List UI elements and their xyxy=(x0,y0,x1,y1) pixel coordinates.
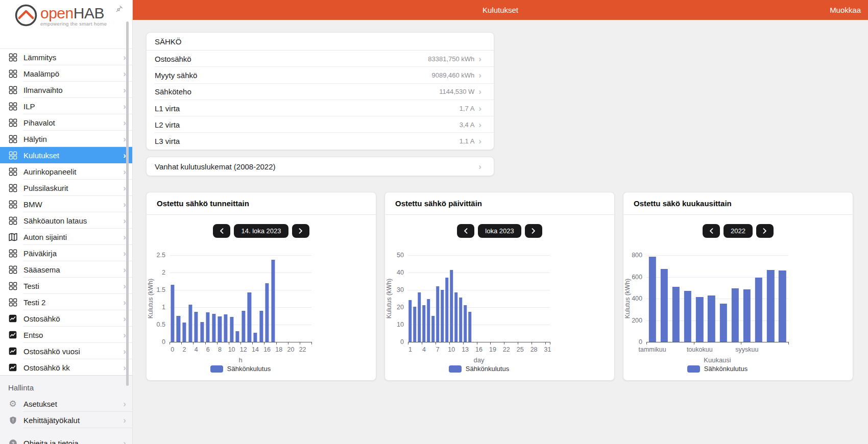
bar[interactable] xyxy=(418,292,421,342)
bar[interactable] xyxy=(708,295,715,342)
bar[interactable] xyxy=(236,331,239,342)
axis-tick xyxy=(300,342,300,344)
bar[interactable] xyxy=(266,283,269,342)
grid-icon xyxy=(7,133,18,144)
bar[interactable] xyxy=(182,323,186,342)
period-label[interactable]: 14. loka 2023 xyxy=(234,224,288,238)
x-tick-label: 6 xyxy=(206,346,210,353)
legend-item[interactable]: Sähkönkulutus xyxy=(408,365,550,373)
bar[interactable] xyxy=(432,316,435,342)
edit-button[interactable]: Muokkaa xyxy=(830,0,861,20)
sidebar-item-lämmitys[interactable]: Lämmitys xyxy=(0,49,132,65)
sidebar-item-testi[interactable]: Testi xyxy=(0,278,132,294)
item-row-ostosähkö[interactable]: Ostosähkö83381,750 kWh xyxy=(147,51,494,67)
next-period-button[interactable] xyxy=(525,224,542,238)
chart-card-ostettu-sähkö-tunneittain: Ostettu sähkö tunneittain14. loka 202300… xyxy=(146,192,376,381)
bar[interactable] xyxy=(672,287,680,342)
bar[interactable] xyxy=(242,311,245,342)
item-row-l1-virta[interactable]: L1 virta1,7 A xyxy=(147,100,494,116)
period-label[interactable]: loka 2023 xyxy=(478,224,521,238)
bar[interactable] xyxy=(271,260,275,342)
bar[interactable] xyxy=(171,285,174,342)
bar[interactable] xyxy=(259,311,263,342)
bar[interactable] xyxy=(230,317,233,342)
sidebar-item-kulutukset[interactable]: Kulutukset xyxy=(0,147,132,163)
item-row-l2-virta[interactable]: L2 virta3,4 A xyxy=(147,116,494,133)
sidebar-item-pihavalot[interactable]: Pihavalot xyxy=(0,114,132,131)
bar[interactable] xyxy=(188,305,192,342)
sidebar-item-sähköauton-lataus[interactable]: Sähköauton lataus xyxy=(0,212,132,229)
prev-period-button[interactable] xyxy=(213,224,230,238)
bar[interactable] xyxy=(464,305,467,342)
bar[interactable] xyxy=(454,292,457,342)
bar[interactable] xyxy=(779,270,786,342)
pin-icon[interactable] xyxy=(115,5,123,13)
sidebar-item-asetukset[interactable]: ⚙Asetukset xyxy=(0,396,132,412)
sidebar-item-hälytin[interactable]: Hälytin xyxy=(0,131,132,147)
sidebar-item-aurinkopaneelit[interactable]: Aurinkopaneelit xyxy=(0,163,132,180)
bar[interactable] xyxy=(427,299,430,342)
sidebar-item-ostosähkö-kk[interactable]: Ostosähkö kk xyxy=(0,359,132,376)
sidebar-item-pulssilaskurit[interactable]: Pulssilaskurit xyxy=(0,180,132,196)
sidebar-item-ilmanvaihto[interactable]: Ilmanvaihto xyxy=(0,82,132,98)
bar[interactable] xyxy=(218,316,222,342)
next-period-button[interactable] xyxy=(292,224,309,238)
next-period-button[interactable] xyxy=(756,224,774,238)
sidebar-item-testi-2[interactable]: Testi 2 xyxy=(0,294,132,310)
old-readings-row[interactable]: Vanhat kulutuslukemat (2008-2022) xyxy=(147,157,494,176)
legend-item[interactable]: Sähkönkulutus xyxy=(170,365,311,373)
item-row-l3-virta[interactable]: L3 virta1,1 A xyxy=(147,133,494,149)
bar[interactable] xyxy=(459,298,462,342)
item-row-sähköteho[interactable]: Sähköteho1144,530 W xyxy=(147,84,494,100)
period-label[interactable]: 2022 xyxy=(724,224,753,238)
legend-item[interactable]: Sähkönkulutus xyxy=(646,365,788,373)
bar[interactable] xyxy=(253,333,257,342)
x-tick-label: 25 xyxy=(517,346,524,353)
chevron-right-icon xyxy=(123,416,126,425)
bar[interactable] xyxy=(200,322,204,342)
sidebar-scrollbar[interactable] xyxy=(126,21,129,386)
chart-body: 20220200400600800Kulutus (kWh)tammikuuto… xyxy=(623,215,853,381)
bar[interactable] xyxy=(212,314,215,342)
bar[interactable] xyxy=(414,307,417,342)
bar[interactable] xyxy=(450,270,453,342)
bar[interactable] xyxy=(445,278,448,342)
sidebar-item-label: Hälytin xyxy=(23,135,123,143)
bar[interactable] xyxy=(719,304,727,342)
sidebar-item-bmw[interactable]: BMW xyxy=(0,196,132,212)
sidebar-item-päiväkirja[interactable]: Päiväkirja xyxy=(0,245,132,261)
bar[interactable] xyxy=(423,305,426,342)
bar[interactable] xyxy=(206,312,210,342)
bar[interactable] xyxy=(177,316,180,342)
item-value: 9089,460 kWh xyxy=(431,71,474,79)
prev-period-button[interactable] xyxy=(703,224,720,238)
bar[interactable] xyxy=(248,292,251,342)
sidebar-item-ostosähkö-vuosi[interactable]: Ostosähkö vuosi xyxy=(0,343,132,359)
sidebar-item-kehittäjätyökalut[interactable]: Kehittäjätyökalut xyxy=(0,412,132,428)
axis-tick xyxy=(545,342,546,344)
bar[interactable] xyxy=(648,257,656,342)
bar[interactable] xyxy=(696,297,703,342)
bar[interactable] xyxy=(684,291,691,342)
bar[interactable] xyxy=(224,314,227,342)
sidebar-item-entso[interactable]: Entso xyxy=(0,327,132,343)
bar[interactable] xyxy=(441,290,444,342)
bar[interactable] xyxy=(767,270,774,342)
bar[interactable] xyxy=(755,278,762,342)
sidebar-item-auton-sijainti[interactable]: Auton sijainti xyxy=(0,229,132,245)
bar[interactable] xyxy=(661,269,668,342)
bar[interactable] xyxy=(409,300,412,342)
item-row-myyty-sähkö[interactable]: Myyty sähkö9089,460 kWh xyxy=(147,67,494,83)
sidebar-item-ilp[interactable]: ILP xyxy=(0,98,132,114)
bar[interactable] xyxy=(468,312,471,342)
logo-text-hab: HAB xyxy=(74,5,104,21)
prev-period-button[interactable] xyxy=(457,224,474,238)
sidebar-item-maalämpö[interactable]: Maalämpö xyxy=(0,65,132,82)
sidebar-item-ostosähkö[interactable]: Ostosähkö xyxy=(0,310,132,327)
bar[interactable] xyxy=(195,312,198,342)
sidebar-item-ohjeita-ja-tietoja[interactable]: ?Ohjeita ja tietoja xyxy=(0,435,132,444)
bar[interactable] xyxy=(743,289,751,342)
bar[interactable] xyxy=(732,288,739,342)
sidebar-item-sääasema[interactable]: Sääasema xyxy=(0,261,132,278)
bar[interactable] xyxy=(437,286,440,342)
